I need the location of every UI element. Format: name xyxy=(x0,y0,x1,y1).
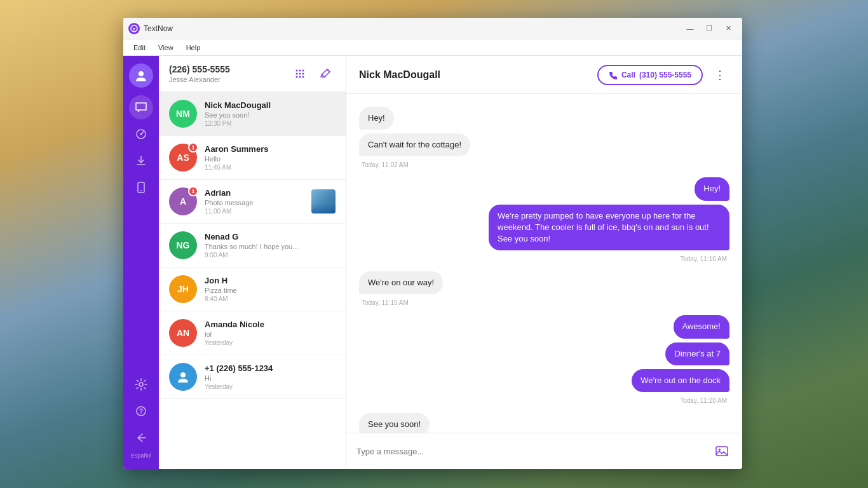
contact-info-adrian: Adrian Photo message 11:00 AM xyxy=(205,188,304,215)
compose-button[interactable] xyxy=(315,64,336,84)
menu-bar: Edit View Help xyxy=(123,39,742,56)
contact-badge-adrian: 1 xyxy=(188,186,198,196)
contact-preview-aaron: Hello xyxy=(205,155,336,163)
message-see-you: See you soon! xyxy=(359,413,430,433)
contact-avatar-adrian: A 1 xyxy=(169,187,197,215)
call-number: (310) 555-5555 xyxy=(639,71,691,79)
minimize-button[interactable]: — xyxy=(681,22,699,36)
svg-text:T: T xyxy=(133,27,136,31)
svg-point-18 xyxy=(302,76,304,78)
message-hey-received: Hey! xyxy=(359,107,394,130)
contact-item-amanda[interactable]: AN Amanda Nicole lol Yesterday xyxy=(159,311,346,355)
header-actions xyxy=(290,64,336,84)
message-on-way: We're on our way! xyxy=(359,271,443,294)
chat-header-right: Call (310) 555-5555 ⋮ xyxy=(597,65,729,85)
message-cottage: Can't wait for the cottage! xyxy=(359,133,470,156)
contact-time-nenad: 9:00 AM xyxy=(205,252,336,259)
contact-time-nick: 12:30 PM xyxy=(205,120,336,127)
contact-item-adrian[interactable]: A 1 Adrian Photo message 11:00 AM xyxy=(159,180,346,224)
contact-name-adrian: Adrian xyxy=(205,188,304,198)
message-hey-sent: Hey! xyxy=(695,177,729,200)
contact-preview-amanda: lol xyxy=(205,330,336,338)
sidebar-help-icon[interactable]: ? xyxy=(129,399,153,423)
contact-thumbnail-adrian xyxy=(311,189,336,214)
more-options-button[interactable]: ⋮ xyxy=(710,65,729,85)
title-bar: T TextNow — ☐ ✕ xyxy=(123,18,742,39)
svg-text:?: ? xyxy=(139,408,143,415)
contact-preview-adrian: Photo message xyxy=(205,199,304,207)
sidebar-settings-icon[interactable] xyxy=(129,372,153,396)
sidebar-tablet-icon[interactable] xyxy=(129,175,153,200)
window-controls: — ☐ ✕ xyxy=(681,22,737,36)
svg-point-11 xyxy=(299,70,301,72)
svg-point-2 xyxy=(139,71,144,76)
contact-name-amanda: Amanda Nicole xyxy=(205,320,336,329)
contact-time-unknown: Yesterday xyxy=(205,383,336,390)
contact-time-adrian: 11:00 AM xyxy=(205,208,304,215)
user-info: (226) 555-5555 Jesse Alexander xyxy=(169,64,230,83)
contact-info-nenad: Nenad G Thanks so much! I hope you... 9:… xyxy=(205,232,336,259)
contact-info-nick: Nick MacDougall See you soon! 12:30 PM xyxy=(205,100,336,127)
contact-avatar-nenad: NG xyxy=(169,231,197,259)
call-label: Call xyxy=(621,71,635,79)
svg-point-6 xyxy=(140,190,142,191)
timestamp-1115: Today, 11:15 AM xyxy=(362,299,727,306)
svg-point-15 xyxy=(302,73,304,75)
message-dinner: Dinner's at 7 xyxy=(665,342,729,365)
contact-preview-unknown: Hi xyxy=(205,374,336,382)
chat-contact-name: Nick MacDougall xyxy=(359,69,440,81)
svg-point-14 xyxy=(299,73,301,75)
contact-info-aaron: Aaron Summers Hello 11:45 AM xyxy=(205,144,336,171)
svg-point-19 xyxy=(180,372,186,377)
contacts-list: NM Nick MacDougall See you soon! 12:30 P… xyxy=(159,92,346,469)
timestamp-1110: Today, 11:10 AM xyxy=(362,255,727,262)
contact-badge-aaron: 1 xyxy=(188,142,198,152)
app-window: T TextNow — ☐ ✕ Edit View Help xyxy=(123,18,742,469)
contacts-header: (226) 555-5555 Jesse Alexander xyxy=(159,56,346,92)
menu-edit[interactable]: Edit xyxy=(128,43,151,53)
contact-avatar-unknown xyxy=(169,363,197,391)
message-awesome: Awesome! xyxy=(674,315,729,338)
contact-preview-nenad: Thanks so much! I hope you... xyxy=(205,243,336,250)
call-button[interactable]: Call (310) 555-5555 xyxy=(597,65,703,85)
maximize-button[interactable]: ☐ xyxy=(700,22,718,36)
messages-area: Hey! Can't wait for the cottage! Today, … xyxy=(346,94,742,433)
sidebar-back-icon[interactable] xyxy=(129,426,153,450)
chat-header: Nick MacDougall Call (310) 555-5555 ⋮ xyxy=(346,56,742,94)
contact-time-jon: 8:40 AM xyxy=(205,295,336,302)
contact-item-unknown[interactable]: +1 (226) 555-1234 Hi Yesterday xyxy=(159,355,346,399)
timestamp-1120: Today, 11:20 AM xyxy=(362,397,727,404)
svg-point-12 xyxy=(302,70,304,72)
dialpad-button[interactable] xyxy=(290,64,310,84)
contact-avatar-aaron: AS 1 xyxy=(169,144,197,172)
svg-point-13 xyxy=(296,73,298,75)
contact-avatar-amanda: AN xyxy=(169,319,197,347)
contact-item-aaron[interactable]: AS 1 Aaron Summers Hello 11:45 AM xyxy=(159,136,346,180)
svg-point-10 xyxy=(296,70,298,72)
sidebar-speed-icon[interactable] xyxy=(129,122,153,146)
title-bar-left: T TextNow xyxy=(128,23,173,34)
sidebar-language[interactable]: Español xyxy=(131,452,152,459)
media-button[interactable] xyxy=(712,441,732,461)
svg-point-7 xyxy=(139,383,143,386)
menu-help[interactable]: Help xyxy=(181,43,206,53)
contact-name-unknown: +1 (226) 555-1234 xyxy=(205,363,336,373)
sidebar-download-icon[interactable] xyxy=(129,149,153,173)
close-button[interactable]: ✕ xyxy=(719,22,737,36)
contact-time-amanda: Yesterday xyxy=(205,339,336,346)
user-phone: (226) 555-5555 xyxy=(169,64,230,74)
contact-name-nick: Nick MacDougall xyxy=(205,100,336,110)
sidebar-user-avatar[interactable] xyxy=(129,64,153,88)
menu-view[interactable]: View xyxy=(153,43,179,53)
main-layout: ? Español (226) 555-5555 Jesse Alexander xyxy=(123,56,742,469)
contact-time-aaron: 11:45 AM xyxy=(205,164,336,171)
svg-point-16 xyxy=(296,76,298,78)
contact-item-jon[interactable]: JH Jon H Pizza time 8:40 AM xyxy=(159,268,346,311)
contact-item-nick[interactable]: NM Nick MacDougall See you soon! 12:30 P… xyxy=(159,92,346,136)
contacts-panel: (226) 555-5555 Jesse Alexander xyxy=(159,56,346,469)
message-input[interactable] xyxy=(356,447,707,456)
contact-name-nenad: Nenad G xyxy=(205,232,336,241)
sidebar-messages-icon[interactable] xyxy=(129,95,153,119)
app-icon: T xyxy=(128,23,140,34)
contact-item-nenad[interactable]: NG Nenad G Thanks so much! I hope you...… xyxy=(159,224,346,268)
